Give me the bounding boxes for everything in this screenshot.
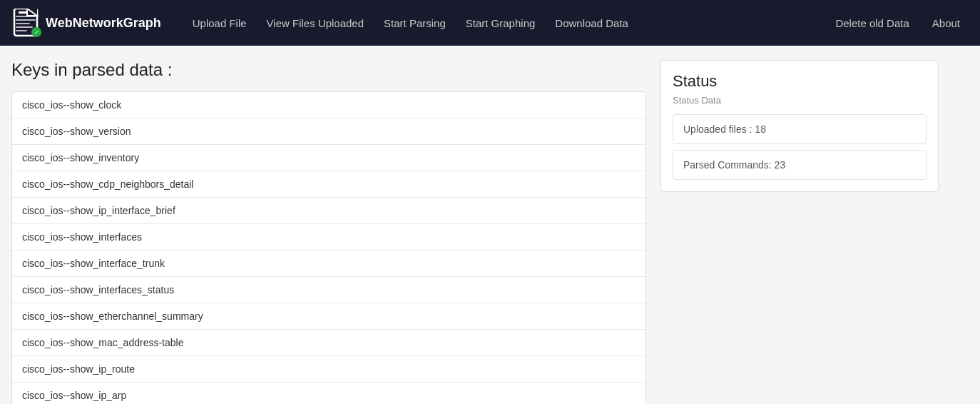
page-title: Keys in parsed data : <box>11 60 646 80</box>
key-item: cisco_ios--show_version <box>12 118 645 145</box>
status-parsed-commands: Parsed Commands: 23 <box>673 150 927 180</box>
status-card: Status Status Data Uploaded files : 18 P… <box>660 60 939 192</box>
navbar: ✓ WebNetworkGraph Upload File View Files… <box>0 0 980 46</box>
key-item: cisco_ios--show_interfaces_status <box>12 277 645 303</box>
key-item: cisco_ios--show_ip_interface_brief <box>12 198 645 224</box>
svg-rect-3 <box>16 19 36 21</box>
brand-icon: ✓ <box>11 7 40 39</box>
key-item: cisco_ios--show_ip_route <box>12 356 645 383</box>
nav-download-data[interactable]: Download Data <box>546 11 637 35</box>
svg-rect-6 <box>16 30 27 31</box>
main-content: Keys in parsed data : cisco_ios--show_cl… <box>0 46 980 404</box>
nav-about[interactable]: About <box>924 11 969 35</box>
left-panel: Keys in parsed data : cisco_ios--show_cl… <box>11 60 646 404</box>
status-subtitle: Status Data <box>673 95 927 106</box>
keys-list: cisco_ios--show_clockcisco_ios--show_ver… <box>11 91 646 404</box>
status-title: Status <box>673 72 927 91</box>
nav-upload-file[interactable]: Upload File <box>184 11 255 35</box>
key-item: cisco_ios--show_ip_arp <box>12 383 645 404</box>
status-items: Uploaded files : 18 Parsed Commands: 23 <box>673 114 927 180</box>
key-item: cisco_ios--show_cdp_neighbors_detail <box>12 171 645 198</box>
navbar-right: Delete old Data About <box>827 11 969 35</box>
svg-rect-4 <box>16 23 30 24</box>
status-uploaded-files: Uploaded files : 18 <box>673 114 927 144</box>
key-item: cisco_ios--show_interfaces <box>12 224 645 251</box>
navbar-nav: Upload File View Files Uploaded Start Pa… <box>184 11 827 35</box>
key-item: cisco_ios--show_mac_address-table <box>12 330 645 356</box>
key-item: cisco_ios--show_interface_trunk <box>12 251 645 277</box>
nav-start-parsing[interactable]: Start Parsing <box>375 11 454 35</box>
brand-text: WebNetworkGraph <box>46 16 161 31</box>
nav-delete-old-data[interactable]: Delete old Data <box>827 11 917 35</box>
nav-start-graphing[interactable]: Start Graphing <box>457 11 544 35</box>
right-panel: Status Status Data Uploaded files : 18 P… <box>660 60 939 404</box>
key-item: cisco_ios--show_clock <box>12 92 645 118</box>
key-item: cisco_ios--show_etherchannel_summary <box>12 303 645 330</box>
key-item: cisco_ios--show_inventory <box>12 145 645 171</box>
nav-view-files-uploaded[interactable]: View Files Uploaded <box>258 11 372 35</box>
brand-check-icon: ✓ <box>31 27 41 37</box>
navbar-brand[interactable]: ✓ WebNetworkGraph <box>11 7 161 39</box>
svg-rect-5 <box>16 26 33 28</box>
